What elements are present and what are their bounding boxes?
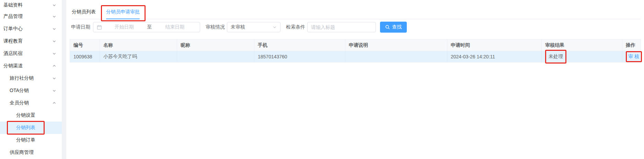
date-filter-label: 申请日期 [71,24,90,30]
sidebar-item-0[interactable]: 基础资料 [0,0,62,10]
sidebar-content-divider [62,0,66,159]
column-header: 操作 [622,39,641,51]
chevron-up-icon [52,101,56,105]
column-header: 申请时间 [447,39,542,51]
annotation-box-result: 未处理 [545,50,566,64]
sidebar-item-label: 分销订单 [16,137,35,143]
chevron-down-icon [52,76,56,80]
tab-bar: 分销员列表分销员申请审批 [72,5,641,19]
sidebar-item-label: 分销渠道 [3,63,23,69]
sidebar-item-8[interactable]: 全员分销 [0,97,62,109]
sidebar-item-label: 分销列表 [16,125,35,131]
sidebar-item-6[interactable]: 旅行社分销 [0,72,62,84]
filter-bar: 申请日期 开始日期 至 结束日期 审核情况 未审核 检索条件 查找 [71,22,641,33]
sidebar-nav: 基础资料产品管理订单中心课程教育酒店民宿分销渠道旅行社分销OTA分销全员分销分销… [0,0,62,159]
chevron-up-icon [52,64,56,68]
cell-note [345,51,447,63]
sidebar-item-label: 基础资料 [3,2,23,8]
cell-action: 审核 [622,51,641,63]
sidebar-item-active[interactable]: 分销列表 [0,122,62,134]
chevron-down-icon [52,3,56,7]
status-filter-label: 审核情况 [206,24,225,30]
sidebar-item-label: 分销设置 [16,112,35,118]
chevron-down-icon [52,52,56,56]
table-wrap: 编号名称昵称手机申请说明申请时间审核结果操作 1009638小苏今天吃了吗185… [70,39,641,63]
distributor-application-table: 编号名称昵称手机申请说明申请时间审核结果操作 1009638小苏今天吃了吗185… [70,39,641,63]
sidebar-item-label: 旅行社分销 [10,75,34,81]
chevron-down-icon [52,27,56,31]
cell-time: 2024-03-26 14:20:11 [447,51,542,63]
sidebar-item-4[interactable]: 酒店民宿 [0,47,62,60]
sidebar-item-2[interactable]: 订单中心 [0,23,62,35]
tab-label: 分销员申请审批 [106,9,140,14]
sidebar-item-label: 全员分销 [10,100,29,106]
chevron-down-icon [52,89,56,93]
annotation-box-action: 审核 [626,51,642,62]
date-range-separator: 至 [146,24,153,30]
tab-1[interactable]: 分销员申请审批 [106,5,140,19]
sidebar-item-12[interactable]: 供应商管理 [0,146,62,159]
cell-id: 1009638 [70,51,100,63]
column-header: 昵称 [177,39,254,51]
chevron-down-icon [52,39,56,43]
status-select[interactable]: 未审核 [227,22,280,32]
cell-name: 小苏今天吃了吗 [100,51,177,63]
review-action-link[interactable]: 审核 [628,54,641,59]
sidebar-item-5[interactable]: 分销渠道 [0,60,62,72]
search-button-label: 查找 [392,24,402,30]
cell-nickname [177,51,254,63]
sidebar-item-3[interactable]: 课程教育 [0,35,62,47]
sidebar-item-label: 供应商管理 [10,149,34,156]
sidebar-item-7[interactable]: OTA分销 [0,84,62,97]
column-header: 审核结果 [542,39,622,51]
column-header: 手机 [254,39,345,51]
search-icon [385,25,390,30]
table-row[interactable]: 1009638小苏今天吃了吗185701437602024-03-26 14:2… [70,51,641,63]
sidebar-item-11[interactable]: 分销订单 [0,134,62,146]
sidebar-item-label: 订单中心 [3,26,23,32]
column-header: 编号 [70,39,100,51]
sidebar-item-label: 课程教育 [3,38,23,44]
sidebar-item-9[interactable]: 分销设置 [0,109,62,122]
status-select-value: 未审核 [231,24,273,30]
column-header: 申请说明 [345,39,447,51]
calendar-icon [97,25,102,30]
tab-0[interactable]: 分销员列表 [72,5,96,19]
search-button[interactable]: 查找 [380,22,407,33]
date-range-picker[interactable]: 开始日期 至 结束日期 [93,22,200,32]
sidebar-item-label: 酒店民宿 [3,50,23,57]
table-header-row: 编号名称昵称手机申请说明申请时间审核结果操作 [70,39,641,51]
sidebar-item-1[interactable]: 产品管理 [0,10,62,23]
chevron-down-icon [273,25,277,29]
tab-label: 分销员列表 [72,9,96,14]
sidebar: 基础资料产品管理订单中心课程教育酒店民宿分销渠道旅行社分销OTA分销全员分销分销… [0,0,62,159]
cell-result: 未处理 [542,51,622,63]
column-header: 名称 [100,39,177,51]
cell-phone: 18570143760 [254,51,345,63]
date-end-placeholder: 结束日期 [153,24,197,30]
keyword-input[interactable] [307,22,376,32]
table-body: 1009638小苏今天吃了吗185701437602024-03-26 14:2… [70,51,641,63]
main-content: 分销员列表分销员申请审批 申请日期 开始日期 至 结束日期 审核情况 未审核 检… [66,0,644,159]
date-start-placeholder: 开始日期 [103,24,146,30]
sidebar-item-label: OTA分销 [10,88,29,94]
keyword-filter-label: 检索条件 [286,24,305,30]
chevron-down-icon [52,14,56,19]
sidebar-item-label: 产品管理 [3,13,23,20]
